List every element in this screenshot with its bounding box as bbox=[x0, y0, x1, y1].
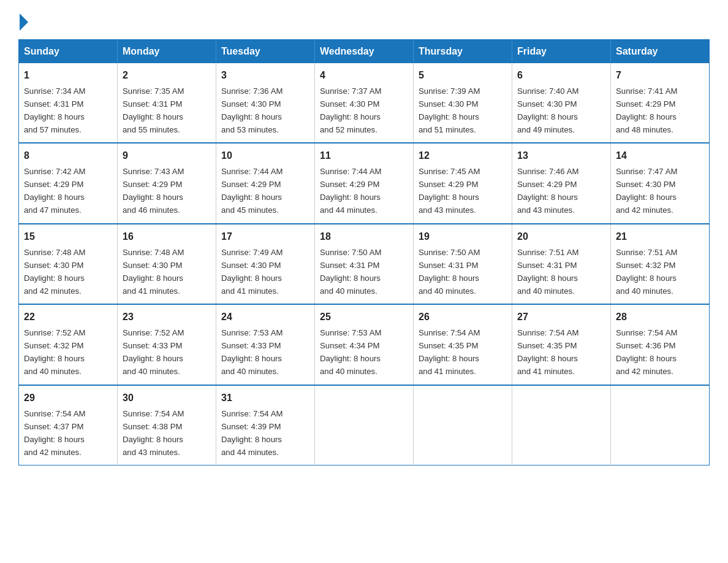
weekday-saturday: Saturday bbox=[611, 40, 710, 64]
day-number: 2 bbox=[123, 68, 211, 83]
day-number: 20 bbox=[517, 229, 605, 245]
weekday-monday: Monday bbox=[118, 40, 216, 64]
day-number: 25 bbox=[320, 310, 408, 325]
day-cell-27: 27 Sunrise: 7:54 AMSunset: 4:35 PMDaylig… bbox=[512, 304, 611, 385]
day-cell-30: 30 Sunrise: 7:54 AMSunset: 4:38 PMDaylig… bbox=[118, 385, 216, 465]
day-number: 24 bbox=[221, 310, 309, 325]
day-info: Sunrise: 7:44 AMSunset: 4:29 PMDaylight:… bbox=[221, 167, 282, 215]
day-info: Sunrise: 7:48 AMSunset: 4:30 PMDaylight:… bbox=[123, 248, 184, 296]
day-info: Sunrise: 7:43 AMSunset: 4:29 PMDaylight:… bbox=[123, 167, 184, 215]
day-number: 26 bbox=[419, 310, 507, 325]
day-cell-31: 31 Sunrise: 7:54 AMSunset: 4:39 PMDaylig… bbox=[216, 385, 315, 465]
page-header bbox=[18, 12, 710, 28]
day-info: Sunrise: 7:35 AMSunset: 4:31 PMDaylight:… bbox=[123, 86, 184, 134]
day-info: Sunrise: 7:47 AMSunset: 4:30 PMDaylight:… bbox=[616, 167, 677, 215]
calendar-table: SundayMondayTuesdayWednesdayThursdayFrid… bbox=[18, 39, 710, 465]
weekday-friday: Friday bbox=[512, 40, 611, 64]
day-number: 15 bbox=[24, 229, 112, 245]
day-number: 5 bbox=[419, 68, 507, 83]
day-number: 31 bbox=[221, 391, 309, 406]
day-number: 8 bbox=[24, 148, 112, 164]
day-number: 1 bbox=[24, 68, 112, 83]
day-number: 3 bbox=[221, 68, 309, 83]
day-number: 27 bbox=[517, 310, 605, 325]
day-cell-21: 21 Sunrise: 7:51 AMSunset: 4:32 PMDaylig… bbox=[611, 224, 710, 304]
empty-cell bbox=[414, 385, 512, 465]
day-info: Sunrise: 7:46 AMSunset: 4:29 PMDaylight:… bbox=[517, 167, 578, 215]
day-cell-15: 15 Sunrise: 7:48 AMSunset: 4:30 PMDaylig… bbox=[19, 224, 118, 304]
week-row-1: 1 Sunrise: 7:34 AMSunset: 4:31 PMDayligh… bbox=[19, 63, 710, 143]
week-row-4: 22 Sunrise: 7:52 AMSunset: 4:32 PMDaylig… bbox=[19, 304, 710, 385]
week-row-2: 8 Sunrise: 7:42 AMSunset: 4:29 PMDayligh… bbox=[19, 143, 710, 223]
day-cell-1: 1 Sunrise: 7:34 AMSunset: 4:31 PMDayligh… bbox=[19, 63, 118, 143]
day-cell-13: 13 Sunrise: 7:46 AMSunset: 4:29 PMDaylig… bbox=[512, 143, 611, 223]
day-cell-24: 24 Sunrise: 7:53 AMSunset: 4:33 PMDaylig… bbox=[216, 304, 315, 385]
day-info: Sunrise: 7:41 AMSunset: 4:29 PMDaylight:… bbox=[616, 86, 677, 134]
day-info: Sunrise: 7:34 AMSunset: 4:31 PMDaylight:… bbox=[24, 86, 85, 134]
day-cell-11: 11 Sunrise: 7:44 AMSunset: 4:29 PMDaylig… bbox=[315, 143, 414, 223]
day-info: Sunrise: 7:51 AMSunset: 4:32 PMDaylight:… bbox=[616, 248, 677, 296]
day-number: 21 bbox=[616, 229, 704, 245]
day-number: 12 bbox=[419, 148, 507, 164]
day-info: Sunrise: 7:54 AMSunset: 4:38 PMDaylight:… bbox=[123, 409, 184, 457]
weekday-row: SundayMondayTuesdayWednesdayThursdayFrid… bbox=[19, 40, 710, 64]
week-row-3: 15 Sunrise: 7:48 AMSunset: 4:30 PMDaylig… bbox=[19, 224, 710, 304]
day-info: Sunrise: 7:52 AMSunset: 4:32 PMDaylight:… bbox=[24, 328, 85, 376]
day-cell-23: 23 Sunrise: 7:52 AMSunset: 4:33 PMDaylig… bbox=[118, 304, 216, 385]
day-cell-25: 25 Sunrise: 7:53 AMSunset: 4:34 PMDaylig… bbox=[315, 304, 414, 385]
day-number: 10 bbox=[221, 148, 309, 164]
day-cell-8: 8 Sunrise: 7:42 AMSunset: 4:29 PMDayligh… bbox=[19, 143, 118, 223]
day-number: 18 bbox=[320, 229, 408, 245]
day-cell-29: 29 Sunrise: 7:54 AMSunset: 4:37 PMDaylig… bbox=[19, 385, 118, 465]
empty-cell bbox=[315, 385, 414, 465]
day-info: Sunrise: 7:39 AMSunset: 4:30 PMDaylight:… bbox=[419, 86, 480, 134]
day-number: 19 bbox=[419, 229, 507, 245]
logo bbox=[18, 12, 28, 28]
logo-arrow-icon bbox=[20, 13, 28, 31]
day-number: 29 bbox=[24, 391, 112, 406]
day-number: 6 bbox=[517, 68, 605, 83]
day-cell-7: 7 Sunrise: 7:41 AMSunset: 4:29 PMDayligh… bbox=[611, 63, 710, 143]
weekday-wednesday: Wednesday bbox=[315, 40, 414, 64]
day-cell-16: 16 Sunrise: 7:48 AMSunset: 4:30 PMDaylig… bbox=[118, 224, 216, 304]
day-number: 16 bbox=[123, 229, 211, 245]
day-cell-2: 2 Sunrise: 7:35 AMSunset: 4:31 PMDayligh… bbox=[118, 63, 216, 143]
day-info: Sunrise: 7:54 AMSunset: 4:36 PMDaylight:… bbox=[616, 328, 677, 376]
day-info: Sunrise: 7:44 AMSunset: 4:29 PMDaylight:… bbox=[320, 167, 381, 215]
day-cell-9: 9 Sunrise: 7:43 AMSunset: 4:29 PMDayligh… bbox=[118, 143, 216, 223]
day-number: 28 bbox=[616, 310, 704, 325]
day-cell-22: 22 Sunrise: 7:52 AMSunset: 4:32 PMDaylig… bbox=[19, 304, 118, 385]
week-row-5: 29 Sunrise: 7:54 AMSunset: 4:37 PMDaylig… bbox=[19, 385, 710, 465]
day-number: 7 bbox=[616, 68, 704, 83]
day-number: 4 bbox=[320, 68, 408, 83]
day-number: 23 bbox=[123, 310, 211, 325]
day-info: Sunrise: 7:48 AMSunset: 4:30 PMDaylight:… bbox=[24, 248, 85, 296]
day-info: Sunrise: 7:54 AMSunset: 4:35 PMDaylight:… bbox=[419, 328, 480, 376]
empty-cell bbox=[611, 385, 710, 465]
day-cell-26: 26 Sunrise: 7:54 AMSunset: 4:35 PMDaylig… bbox=[414, 304, 512, 385]
day-number: 14 bbox=[616, 148, 704, 164]
day-cell-14: 14 Sunrise: 7:47 AMSunset: 4:30 PMDaylig… bbox=[611, 143, 710, 223]
day-cell-17: 17 Sunrise: 7:49 AMSunset: 4:30 PMDaylig… bbox=[216, 224, 315, 304]
day-number: 30 bbox=[123, 391, 211, 406]
day-info: Sunrise: 7:50 AMSunset: 4:31 PMDaylight:… bbox=[419, 248, 480, 296]
weekday-sunday: Sunday bbox=[19, 40, 118, 64]
day-cell-20: 20 Sunrise: 7:51 AMSunset: 4:31 PMDaylig… bbox=[512, 224, 611, 304]
day-info: Sunrise: 7:40 AMSunset: 4:30 PMDaylight:… bbox=[517, 86, 578, 134]
day-cell-10: 10 Sunrise: 7:44 AMSunset: 4:29 PMDaylig… bbox=[216, 143, 315, 223]
calendar-body: 1 Sunrise: 7:34 AMSunset: 4:31 PMDayligh… bbox=[19, 63, 710, 465]
day-info: Sunrise: 7:37 AMSunset: 4:30 PMDaylight:… bbox=[320, 86, 381, 134]
day-cell-28: 28 Sunrise: 7:54 AMSunset: 4:36 PMDaylig… bbox=[611, 304, 710, 385]
day-cell-6: 6 Sunrise: 7:40 AMSunset: 4:30 PMDayligh… bbox=[512, 63, 611, 143]
day-info: Sunrise: 7:54 AMSunset: 4:37 PMDaylight:… bbox=[24, 409, 85, 457]
day-number: 22 bbox=[24, 310, 112, 325]
day-info: Sunrise: 7:49 AMSunset: 4:30 PMDaylight:… bbox=[221, 248, 282, 296]
day-cell-5: 5 Sunrise: 7:39 AMSunset: 4:30 PMDayligh… bbox=[414, 63, 512, 143]
day-info: Sunrise: 7:54 AMSunset: 4:35 PMDaylight:… bbox=[517, 328, 578, 376]
day-info: Sunrise: 7:36 AMSunset: 4:30 PMDaylight:… bbox=[221, 86, 282, 134]
day-cell-18: 18 Sunrise: 7:50 AMSunset: 4:31 PMDaylig… bbox=[315, 224, 414, 304]
day-cell-4: 4 Sunrise: 7:37 AMSunset: 4:30 PMDayligh… bbox=[315, 63, 414, 143]
day-info: Sunrise: 7:52 AMSunset: 4:33 PMDaylight:… bbox=[123, 328, 184, 376]
day-info: Sunrise: 7:50 AMSunset: 4:31 PMDaylight:… bbox=[320, 248, 381, 296]
weekday-thursday: Thursday bbox=[414, 40, 512, 64]
